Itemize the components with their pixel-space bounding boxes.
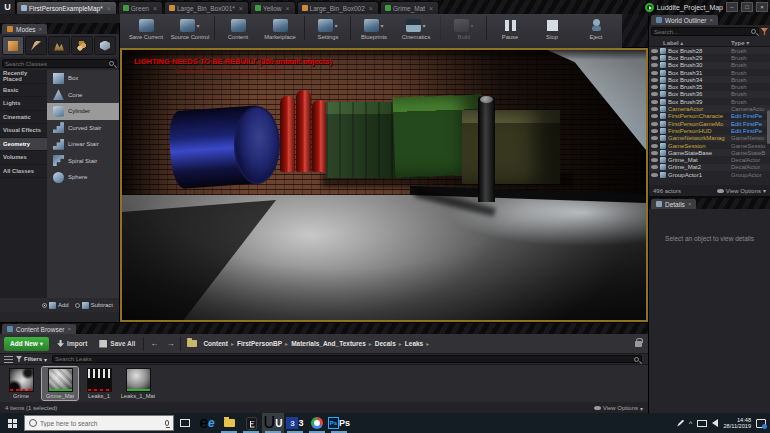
placement-category[interactable]: Volumes — [0, 151, 47, 165]
placeable-item[interactable]: Sphere — [47, 169, 119, 186]
mode-button[interactable] — [48, 36, 70, 55]
toolbar-button[interactable]: ▾ Cinematics — [394, 16, 438, 40]
placeable-item[interactable]: Cylinder — [47, 103, 119, 120]
placement-category[interactable]: Lights — [0, 97, 47, 111]
close-tab-icon[interactable]: × — [285, 5, 289, 12]
column-header-type[interactable]: Type ▾ — [731, 39, 767, 46]
tab-content-browser[interactable]: Content Browser × — [2, 324, 76, 334]
outliner-row[interactable]: Box Brush31 Brush — [649, 69, 770, 76]
taskbar-app-icon[interactable]: Ps Ps — [328, 413, 350, 433]
search-classes-input[interactable] — [5, 61, 109, 67]
visibility-eye-icon[interactable] — [651, 144, 658, 148]
toolbar-button[interactable]: ▾ Save Current — [124, 16, 168, 40]
forward-button[interactable]: → — [164, 339, 176, 348]
sources-panel-icon[interactable] — [4, 356, 13, 363]
visibility-eye-icon[interactable] — [651, 136, 658, 140]
visibility-eye-icon[interactable] — [651, 151, 658, 155]
visibility-eye-icon[interactable] — [651, 85, 658, 89]
taskbar-app-icon[interactable]: 3 3 — [284, 413, 306, 433]
back-button[interactable]: ← — [148, 339, 160, 348]
breadcrumb-item[interactable]: FirstPersonBP ▸ — [237, 340, 288, 347]
visibility-eye-icon[interactable] — [651, 56, 658, 60]
start-button[interactable] — [0, 413, 24, 433]
toolbar-button[interactable]: ▾ Stop — [530, 16, 574, 40]
toolbar-button[interactable]: ▾ Settings — [304, 16, 348, 40]
close-tab-icon[interactable]: × — [429, 5, 433, 12]
outliner-row[interactable]: FirstPersonHUD Edit FirstPe — [649, 127, 770, 134]
visibility-eye-icon[interactable] — [651, 122, 658, 126]
mode-button[interactable] — [94, 36, 116, 55]
minimize-button[interactable]: – — [726, 2, 738, 12]
volume-tray-icon[interactable] — [712, 419, 718, 427]
show-hidden-icons[interactable]: ^ — [689, 420, 692, 427]
path-folder-icon[interactable] — [187, 340, 197, 347]
visibility-eye-icon[interactable] — [651, 107, 658, 111]
level-viewport[interactable]: LIGHTING NEEDS TO BE REBUILT (350 unbuil… — [120, 48, 648, 322]
outliner-row[interactable]: GroupActor1 GroupActor — [649, 171, 770, 178]
editor-tab[interactable]: Green × — [118, 1, 163, 14]
close-icon[interactable]: × — [39, 26, 43, 32]
cb-view-options[interactable]: View Options ▾ — [594, 405, 643, 412]
editor-tab[interactable]: Yellow × — [250, 1, 296, 14]
asset-tile[interactable]: Grime — [3, 367, 39, 400]
outliner-search-input[interactable] — [654, 29, 751, 35]
placeable-item[interactable]: Cone — [47, 87, 119, 104]
toolbar-button[interactable]: ▾ Eject — [574, 16, 618, 40]
tab-details[interactable]: Details × — [651, 199, 696, 209]
placement-category[interactable]: Recently Placed — [0, 70, 47, 84]
outliner-row[interactable]: Box Brush28 Brush — [649, 47, 770, 54]
placeable-item[interactable]: Box — [47, 70, 119, 87]
taskbar-app-icon[interactable] — [174, 413, 196, 433]
editor-tab[interactable]: Grime_Mat × — [380, 1, 439, 14]
breadcrumb-item[interactable]: Decals ▸ — [375, 340, 402, 347]
asset-tile[interactable]: Leaks_1 — [81, 367, 117, 400]
filters-button[interactable]: Filters ▾ — [16, 356, 47, 363]
lock-icon[interactable] — [635, 341, 642, 347]
outliner-row[interactable]: GameNetworkManag GameNetwo — [649, 135, 770, 142]
outliner-row[interactable]: FirstPersonGameMo Edit FirstPe — [649, 120, 770, 127]
placement-category[interactable]: Visual Effects — [0, 124, 47, 138]
toolbar-button[interactable]: ▾ Source Control — [168, 16, 212, 40]
placeable-item[interactable]: Spiral Stair — [47, 153, 119, 170]
close-tab-icon[interactable]: × — [239, 5, 243, 12]
toolbar-button[interactable]: ▾ Marketplace — [258, 16, 302, 40]
brush-op-radio[interactable]: Subtract — [75, 302, 113, 309]
taskbar-clock[interactable]: 14:4828/11/2019 — [723, 417, 751, 430]
outliner-row[interactable]: GameSession GameSessio — [649, 142, 770, 149]
pen-tray-icon[interactable] — [677, 420, 684, 427]
taskbar-app-icon[interactable] — [218, 413, 240, 433]
add-new-button[interactable]: Add New▾ — [4, 337, 49, 351]
visibility-eye-icon[interactable] — [651, 71, 658, 75]
visibility-eye-icon[interactable] — [651, 129, 658, 133]
toolbar-button[interactable]: ▾ Build — [440, 16, 484, 40]
visibility-eye-icon[interactable] — [651, 92, 658, 96]
toolbar-button[interactable]: ▾ Content — [214, 16, 258, 40]
close-icon[interactable]: × — [688, 201, 692, 207]
asset-tile[interactable]: Grime_Mat — [42, 367, 78, 400]
outliner-row[interactable]: Box Brush30 Brush — [649, 62, 770, 69]
outliner-row[interactable]: CameraActor CameraActo — [649, 105, 770, 112]
editor-tab[interactable]: Large_Bin_Box001* × — [164, 1, 249, 14]
outliner-row[interactable]: FirstPersonCharacte Edit FirstPe — [649, 113, 770, 120]
visibility-eye-icon[interactable] — [651, 100, 658, 104]
microphone-icon[interactable] — [165, 420, 169, 426]
outliner-row[interactable]: Box Brush29 Brush — [649, 54, 770, 61]
outliner-row[interactable]: Box Brush39 Brush — [649, 98, 770, 105]
action-center-icon[interactable] — [756, 419, 766, 428]
placement-category[interactable]: Geometry — [0, 138, 47, 152]
visibility-eye-icon[interactable] — [651, 49, 658, 53]
close-button[interactable]: × — [756, 2, 768, 12]
toolbar-button[interactable]: ▾ Blueprints — [350, 16, 394, 40]
visibility-eye-icon[interactable] — [651, 173, 658, 177]
tab-world-outliner[interactable]: World Outliner × — [651, 15, 718, 25]
maximize-button[interactable]: □ — [741, 2, 753, 12]
taskbar-app-icon[interactable]: U U — [262, 413, 284, 433]
breadcrumb-item[interactable]: Leaks ▸ — [405, 340, 429, 347]
outliner-view-options[interactable]: View Options ▾ — [717, 187, 766, 194]
placement-category[interactable]: All Classes — [0, 165, 47, 179]
column-header-label[interactable]: Label ▴ — [663, 39, 731, 46]
outliner-row[interactable]: Grime_Mat DecalActor — [649, 156, 770, 163]
outliner-row[interactable]: Box Brush35 Brush — [649, 83, 770, 90]
mode-button[interactable] — [71, 36, 93, 55]
breadcrumb-item[interactable]: Materials_And_Textures ▸ — [291, 340, 372, 347]
